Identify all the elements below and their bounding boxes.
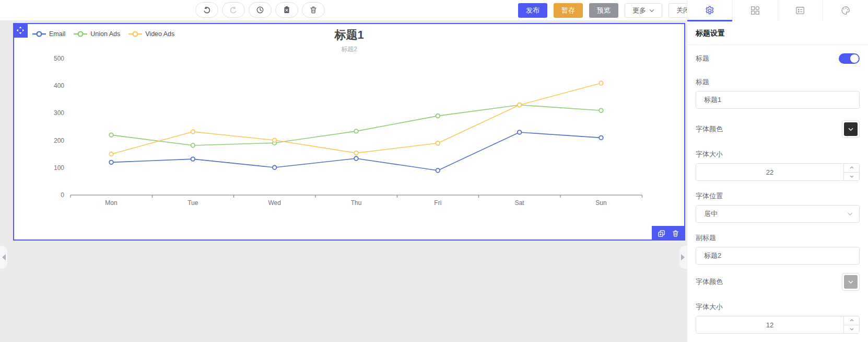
move-icon [16, 26, 25, 35]
chevron-up-icon [850, 166, 854, 169]
stepper-up-button[interactable] [844, 316, 859, 325]
title-color-picker[interactable] [842, 120, 860, 138]
panel-title: 标题设置 [687, 21, 868, 45]
redo-button[interactable] [222, 2, 245, 18]
design-canvas[interactable]: EmailUnion AdsVideo Ads 标题1 标题2 MonTueWe… [0, 21, 687, 342]
form-list-icon [795, 6, 805, 15]
tab-theme[interactable] [823, 0, 868, 21]
title-toggle[interactable] [839, 53, 860, 64]
title-position-select[interactable]: 居中 [696, 205, 860, 223]
duplicate-icon[interactable] [658, 230, 665, 237]
subtitle-font-size-label: 字体大小 [696, 302, 860, 312]
title-color-swatch [844, 122, 858, 136]
svg-text:0: 0 [61, 191, 64, 199]
redo-icon [229, 6, 238, 14]
svg-text:Wed: Wed [268, 199, 280, 207]
line-chart-svg: MonTueWedThuFriSatSun0100200300400500 [14, 24, 684, 240]
title-input[interactable] [696, 91, 860, 109]
undo-button[interactable] [195, 2, 218, 18]
tab-settings[interactable] [687, 0, 732, 21]
tab-components[interactable] [732, 0, 778, 21]
clear-board-button[interactable] [275, 2, 298, 18]
components-grid-icon [750, 6, 760, 15]
settings-tabs [687, 0, 868, 21]
stepper-up-button[interactable] [844, 164, 859, 173]
palette-icon [841, 6, 850, 15]
stepper-down-button[interactable] [844, 173, 859, 181]
delete-button[interactable] [302, 2, 325, 18]
stepper-buttons [843, 316, 859, 333]
history-button[interactable] [249, 2, 272, 18]
subtitle-input[interactable] [696, 247, 860, 265]
title-position-label: 字体位置 [696, 191, 860, 201]
undo-icon [203, 6, 211, 14]
svg-text:Sat: Sat [515, 199, 525, 207]
subtitle-field-label: 副标题 [696, 233, 860, 243]
chevron-down-icon [847, 212, 853, 216]
chevron-down-icon [848, 128, 853, 131]
trash-icon [309, 6, 318, 14]
svg-text:100: 100 [54, 164, 64, 172]
svg-text:Mon: Mon [105, 199, 117, 207]
svg-text:Thu: Thu [351, 199, 362, 207]
svg-text:Tue: Tue [187, 199, 198, 207]
svg-text:400: 400 [54, 82, 64, 89]
chevron-down-icon [850, 328, 854, 330]
top-toolbar: 发布 暂存 预览 更多 关闭 [0, 0, 868, 21]
chart-editor-app: 发布 暂存 预览 更多 关闭 [0, 0, 868, 342]
toggle-knob [850, 54, 859, 63]
subtitle-color-swatch [844, 275, 858, 289]
chevron-up-icon [850, 319, 854, 322]
chevron-down-icon [850, 175, 854, 178]
save-draft-button[interactable]: 暂存 [554, 3, 583, 18]
clipboard-clear-icon [283, 6, 291, 14]
svg-text:300: 300 [54, 109, 64, 117]
subtitle-font-size-input[interactable] [696, 316, 843, 333]
more-button[interactable]: 更多 [625, 3, 662, 18]
collapse-left-handle[interactable] [0, 246, 7, 269]
clock-icon [256, 6, 264, 14]
line-chart-widget[interactable]: EmailUnion AdsVideo Ads 标题1 标题2 MonTueWe… [13, 23, 685, 241]
title-toggle-label: 标题 [696, 54, 709, 63]
collapse-right-handle[interactable] [679, 246, 687, 269]
triangle-left-icon [0, 254, 6, 260]
title-field-label: 标题 [696, 77, 860, 87]
select-value: 居中 [704, 209, 718, 219]
widget-action-bar [652, 226, 685, 241]
widget-drag-handle[interactable] [13, 23, 28, 38]
svg-text:Sun: Sun [595, 199, 606, 207]
subtitle-font-size-stepper [696, 316, 860, 334]
title-font-color-label: 字体颜色 [696, 124, 723, 134]
stepper-down-button[interactable] [844, 325, 859, 334]
stepper-buttons [843, 164, 859, 180]
subtitle-font-color-label: 字体颜色 [696, 277, 723, 287]
title-font-size-stepper [696, 163, 860, 181]
title-settings-panel: 标题设置 标题 标题 字体颜色 字体大小 [687, 21, 868, 342]
history-tools [195, 2, 325, 18]
chevron-down-icon [848, 280, 853, 284]
preview-button[interactable]: 预览 [589, 3, 618, 18]
action-buttons: 发布 暂存 预览 更多 关闭 [518, 3, 698, 18]
chevron-down-icon [649, 9, 654, 13]
delete-widget-icon[interactable] [672, 230, 679, 237]
svg-text:200: 200 [54, 137, 64, 144]
tab-form[interactable] [778, 0, 823, 21]
subtitle-color-picker[interactable] [842, 273, 860, 291]
title-font-size-label: 字体大小 [696, 150, 860, 159]
publish-button[interactable]: 发布 [518, 3, 547, 18]
svg-text:500: 500 [54, 55, 64, 62]
title-font-size-input[interactable] [696, 164, 843, 180]
svg-text:Fri: Fri [434, 199, 441, 207]
gear-icon [705, 6, 714, 15]
